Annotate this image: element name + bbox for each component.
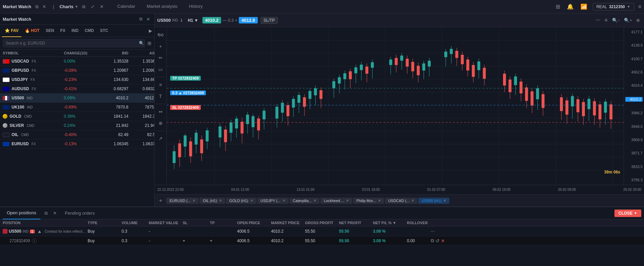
arrows-tool[interactable]: ⇔ [156,107,165,116]
svg-rect-78 [354,67,357,73]
chart-tab-usdcad[interactable]: USDCAD (... ✕ [385,198,417,204]
chart-tab-usdjpy[interactable]: USDJPY (... ✕ [257,198,289,204]
list-item[interactable]: USDJPY FX -0.23% 134.630 134.660 [0,75,154,84]
mw-tab-sen[interactable]: SEN [43,25,57,37]
close-tab-usdcad[interactable]: ✕ [411,199,414,202]
search-input[interactable] [3,39,145,47]
order-info-icon[interactable]: i [32,238,37,243]
mw-tab-hot[interactable]: 🔥 HOT [22,25,42,37]
list-item[interactable]: AUDUSD FX -0.41% 0.68297 0.68329 [0,84,154,94]
mw-popout-btn[interactable]: ⧉ [138,16,144,22]
chart-tab-caterpillar[interactable]: Caterpilla... ✕ [289,198,320,204]
charts-close-icon[interactable]: ✕ [99,3,105,10]
crosshair-icon[interactable]: ✛ [603,17,609,23]
close-tab-us500[interactable]: ✕ [443,199,446,202]
svg-rect-26 [189,142,192,156]
symbol-name: EURUSD [12,142,29,146]
zoom-fit-icon[interactable]: ⊕ [635,17,641,23]
svg-rect-144 [588,99,591,109]
close-tab-eurusd[interactable]: ✕ [193,199,195,202]
mw-tab-cmd[interactable]: CMD [82,25,96,37]
mw-tab-ind[interactable]: IND [69,25,81,37]
tab-market-analysis[interactable]: Market analysis [141,0,183,14]
list-item[interactable]: UK100 IND -0.69% 7870.8 7875.8 [0,103,154,112]
mw-tab-more-arrow[interactable]: ▶ [149,28,152,33]
list-item[interactable]: GBPUSD FX -0.09% 1.20967 1.20997 [0,66,154,75]
order-rollover: 0.00 [407,238,431,243]
close-tab-oil[interactable]: ✕ [219,199,222,202]
chart-tab-eurusd[interactable]: EURUSD (... ✕ [166,198,199,204]
close-market-watch-icon[interactable]: ✕ [41,3,48,10]
popout-icon[interactable]: ⧉ [34,3,40,10]
instrument-info-icon[interactable]: ℹ [179,17,184,23]
charts-popout-icon[interactable]: ⧉ [81,3,87,10]
list-item[interactable]: OIL CMD -0.40% 82.49 82.57 [0,130,154,139]
order-refresh-icon[interactable]: ↺ [435,238,440,244]
close-tab-caterpillar[interactable]: ✕ [314,199,316,202]
positions-popout-icon[interactable]: ⧉ [43,210,49,217]
symbol-type: CMD [21,133,29,137]
chart-tab-oil[interactable]: OIL (H1) ✕ [199,198,225,204]
bell-icon[interactable]: 🔔 [566,3,575,11]
zoom-out-icon[interactable]: 🔍− [611,17,622,23]
order-copy-icon[interactable]: ⧉ [431,238,434,244]
open-positions-tab[interactable]: Open positions [3,207,40,219]
list-item[interactable]: US500 IND 0.09% 4010.2 4012.8 [0,94,154,103]
mw-tab-fav[interactable]: ⭐ FAV [2,25,21,37]
chart-tab-lockheed[interactable]: Lockheed ... ✕ [320,198,352,204]
symbol-cell: US500 IND [3,96,64,100]
fx-indicator-btn[interactable]: f(x) [156,30,165,39]
charts-dropdown-icon[interactable]: ▼ [75,5,78,9]
wave-icon[interactable]: 〰 [594,17,602,23]
mw-tab-fx[interactable]: FX [57,25,68,37]
change-value: -0.13% [64,142,98,146]
account-dropdown-icon[interactable]: ▼ [627,5,630,9]
x-axis-labels: 22.12.2022 22:00 04.01 12:00 13.01 01:00… [157,188,641,192]
mw-tab-stc[interactable]: STC [97,25,111,37]
close-button[interactable]: CLOSE ▼ [614,210,641,217]
mw-close-btn[interactable]: ✕ [145,16,151,22]
hamburger-icon[interactable]: ≡ [638,4,641,10]
pending-orders-tab[interactable]: Pending orders [61,209,99,217]
layers-tool[interactable]: ⊕ [156,118,165,128]
rectangle-tool[interactable]: ▭ [156,65,165,74]
list-item[interactable]: GOLD CMD 0.36% 1841.14 1842.34 [0,112,154,121]
table-row[interactable]: US500 IND 1 ▲ Contract for index reflect… [0,227,644,236]
charts-expand-icon[interactable]: ⤢ [89,3,96,10]
tab-calendar[interactable]: Calendar [112,0,141,14]
position-type-label: IND [23,230,29,233]
position-more-icon[interactable]: ⋯ [431,229,448,234]
position-expand-icon[interactable]: ▲ [37,229,42,234]
chart-tab-gold[interactable]: GOLD (H1) ✕ [226,198,256,204]
close-tab-philip[interactable]: ✕ [378,199,381,202]
list-item[interactable]: SILVER CMD 0.24% 21.842 21.942 [0,121,154,130]
top-bar: Market Watch ⧉ ✕ | Charts ▼ ⧉ ⤢ ✕ Calend… [0,0,644,14]
chart-tab-us500[interactable]: US500 (H1) ✕ [418,198,449,204]
add-chart-tab-btn[interactable]: + [156,196,165,205]
close-tab-gold[interactable]: ✕ [250,199,253,202]
horizontal-line-tool[interactable]: ≡ [156,80,165,89]
order-tp-add[interactable]: + [210,238,237,243]
order-sl-add[interactable]: + [183,238,210,243]
table-row[interactable]: 272832409 i Buy 0.3 - + + 4006.5 4010.2 … [0,236,644,245]
close-tab-lockheed[interactable]: ✕ [346,199,349,202]
grid-view-icon[interactable]: ⊞ [147,40,151,46]
share-tool[interactable]: ↗ [156,134,165,143]
chart-tab-philip[interactable]: Philip Mor... ✕ [353,198,384,204]
order-close-icon[interactable]: ✕ [441,238,445,244]
pencil-tool[interactable]: ✏ [156,53,165,63]
tab-history[interactable]: History [183,0,208,14]
positions-close-icon[interactable]: ✕ [52,210,58,216]
crosshair-tool[interactable]: + [156,41,165,51]
close-tab-usdjpy[interactable]: ✕ [283,199,285,202]
text-tool[interactable]: T [156,92,165,101]
account-badge[interactable]: REAL 3212350 ▼ [593,3,634,11]
timeframe-selector[interactable]: H1 ▼ [186,17,200,23]
sltp-button[interactable]: SL/TP [261,17,278,24]
layout-icon[interactable]: ⊞ [554,3,561,11]
zoom-in-icon[interactable]: 🔍+ [623,17,633,23]
list-item[interactable]: USDCAD FX 0.00% 1.35328 1.35368 [0,57,154,66]
top-bar-left: Market Watch ⧉ ✕ | Charts ▼ ⧉ ⤢ ✕ [3,3,105,10]
list-item[interactable]: EURUSD FX -0.13% 1.06345 1.06370 [0,139,154,149]
wifi-icon[interactable]: 📶 [579,3,589,11]
